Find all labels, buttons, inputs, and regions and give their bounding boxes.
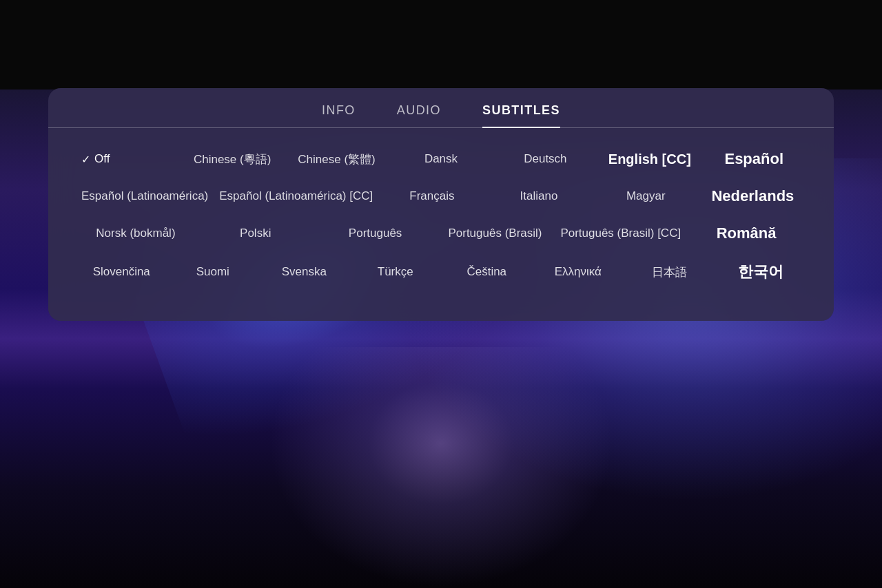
subtitle-japanese[interactable]: 日本語 bbox=[624, 262, 715, 283]
subtitle-norsk[interactable]: Norsk (bokmål) bbox=[76, 224, 196, 243]
subtitle-espanol-latin-cc[interactable]: Español (Latinoamérica) [CC] bbox=[214, 187, 378, 206]
subtitle-off[interactable]: ✓ Off bbox=[76, 149, 180, 169]
subtitle-turkce[interactable]: Türkçe bbox=[350, 262, 442, 282]
subtitle-portugues-brasil[interactable]: Português (Brasil) bbox=[435, 224, 555, 243]
tab-audio[interactable]: AUDIO bbox=[397, 103, 441, 127]
tab-subtitles[interactable]: SUBTITLES bbox=[482, 103, 560, 127]
subtitle-portugues[interactable]: Português bbox=[316, 224, 435, 243]
subtitle-row-4: Slovenčina Suomi Svenska Türkçe Čeština … bbox=[76, 259, 806, 285]
tab-bar: INFO AUDIO SUBTITLES bbox=[48, 88, 834, 128]
subtitle-chinese-cantonese[interactable]: Chinese (粵語) bbox=[180, 149, 284, 170]
subtitle-row-2: Español (Latinoamérica) Español (Latinoa… bbox=[76, 185, 806, 208]
subtitle-polski[interactable]: Polski bbox=[196, 224, 316, 243]
subtitle-magyar[interactable]: Magyar bbox=[593, 187, 699, 206]
subtitles-grid: ✓ Off Chinese (粵語) Chinese (繁體) Dansk De… bbox=[48, 147, 834, 285]
subtitle-svenska[interactable]: Svenska bbox=[258, 262, 350, 282]
subtitle-deutsch[interactable]: Deutsch bbox=[493, 149, 597, 169]
subtitle-suomi[interactable]: Suomi bbox=[167, 262, 259, 282]
subtitle-dansk[interactable]: Dansk bbox=[389, 149, 493, 169]
subtitle-italiano[interactable]: Italiano bbox=[485, 187, 592, 206]
subtitle-row-1: ✓ Off Chinese (粵語) Chinese (繁體) Dansk De… bbox=[76, 147, 806, 171]
check-icon: ✓ bbox=[81, 153, 90, 166]
subtitle-korean[interactable]: 한국어 bbox=[715, 259, 807, 285]
subtitle-francais[interactable]: Français bbox=[378, 187, 485, 206]
subtitle-cestina[interactable]: Čeština bbox=[441, 262, 533, 282]
subtitle-romana[interactable]: Română bbox=[686, 222, 806, 245]
subtitle-chinese-traditional[interactable]: Chinese (繁體) bbox=[285, 149, 389, 170]
subtitle-espanol-latin[interactable]: Español (Latinoamérica) bbox=[76, 187, 214, 206]
bg-top bbox=[0, 0, 882, 90]
subtitle-slovencina[interactable]: Slovenčina bbox=[76, 262, 167, 282]
figure-area bbox=[269, 347, 613, 588]
subtitle-nederlands[interactable]: Nederlands bbox=[699, 185, 806, 208]
subtitles-modal: INFO AUDIO SUBTITLES ✓ Off Chinese (粵語) … bbox=[48, 88, 834, 321]
subtitle-portugues-brasil-cc[interactable]: Português (Brasil) [CC] bbox=[555, 224, 686, 243]
subtitle-off-label: Off bbox=[94, 152, 110, 166]
subtitle-espanol[interactable]: Español bbox=[702, 147, 806, 171]
subtitle-row-3: Norsk (bokmål) Polski Português Portuguê… bbox=[76, 222, 806, 245]
subtitle-english-cc[interactable]: English [CC] bbox=[597, 149, 701, 170]
subtitle-ellinika[interactable]: Ελληνικά bbox=[533, 262, 624, 282]
tab-info[interactable]: INFO bbox=[322, 103, 356, 127]
